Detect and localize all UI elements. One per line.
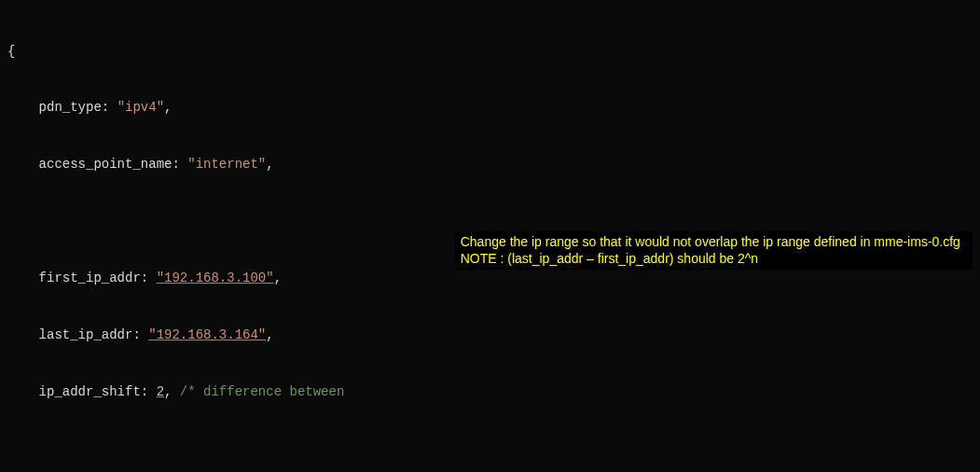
brace: { <box>7 44 15 59</box>
annotation-text: Change the ip range so that it would not… <box>461 234 960 249</box>
key-apn: access_point_name: <box>7 157 187 172</box>
val-last-ip: "192.168.3.164" <box>148 327 266 342</box>
key-pdn-type: pdn_type: <box>7 100 117 115</box>
key-first-ip: first_ip_addr: <box>7 271 157 285</box>
annotation-text-2: NOTE : (last_ip_addr – first_ip_addr) sh… <box>461 251 758 266</box>
val-shift: 2 <box>157 384 164 399</box>
cmt-shift: /* difference between <box>180 384 352 399</box>
key-last-ip: last_ip_addr: <box>7 327 148 342</box>
code-block-1: { pdn_type: "ipv4", access_point_name: "… <box>0 0 980 472</box>
val-apn: "internet" <box>187 157 266 172</box>
key-shift: ip_addr_shift: <box>7 384 157 399</box>
annotation-ipv4-range: Change the ip range so that it would not… <box>455 231 973 271</box>
val-pdn-type: "ipv4" <box>117 100 164 115</box>
val-first-ip: "192.168.3.100" <box>157 271 274 285</box>
